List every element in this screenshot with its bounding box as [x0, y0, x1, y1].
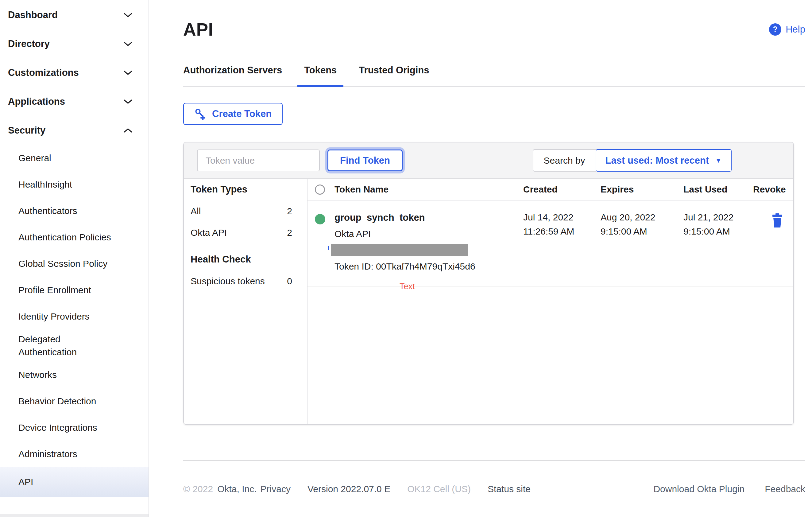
col-expires: Expires — [601, 184, 684, 195]
sidebar-item-label: Applications — [8, 96, 65, 107]
sidebar-item-behavior-detection[interactable]: Behavior Detection — [0, 388, 148, 414]
sidebar: Dashboard Directory Customizations Appli… — [0, 0, 149, 517]
footer-feedback-link[interactable]: Feedback — [765, 484, 805, 494]
search-bar: Find Token Search by Last used: Most rec… — [184, 142, 793, 179]
sidebar-item-dashboard[interactable]: Dashboard — [0, 1, 148, 29]
trash-icon — [772, 213, 783, 228]
sidebar-item-global-session-policy[interactable]: Global Session Policy — [0, 251, 148, 277]
redacted-token-value — [331, 244, 468, 256]
chevron-down-icon — [123, 99, 133, 105]
sidebar-item-applications[interactable]: Applications — [0, 87, 148, 116]
expires-cell: Aug 20, 2022 9:15:00 AM — [601, 212, 684, 237]
sidebar-item-identity-providers[interactable]: Identity Providers — [0, 303, 148, 330]
table-row: group_synch_token Okta API Token ID: 00T… — [308, 200, 793, 286]
health-check-heading: Health Check — [191, 254, 292, 265]
footer-status-site-link[interactable]: Status site — [488, 484, 530, 494]
sidebar-item-label: Directory — [8, 38, 50, 50]
active-status-icon — [315, 214, 325, 224]
footer-download-plugin-link[interactable]: Download Okta Plugin — [654, 484, 745, 494]
chevron-up-icon — [123, 128, 133, 133]
token-name: group_synch_token — [335, 212, 523, 223]
sidebar-item-authenticators[interactable]: Authenticators — [0, 198, 148, 224]
panel-body: Token Types All 2 Okta API 2 Health Chec… — [184, 179, 793, 424]
sidebar-bottom-strip — [0, 514, 148, 517]
tab-tokens[interactable]: Tokens — [304, 65, 337, 86]
created-date: Jul 14, 2022 — [523, 212, 601, 223]
filter-count: 0 — [287, 276, 292, 286]
redaction-cursor — [328, 246, 329, 250]
sidebar-item-api[interactable]: API — [0, 467, 148, 497]
help-label: Help — [786, 24, 805, 35]
sidebar-item-general[interactable]: General — [0, 145, 148, 171]
page-header: API ? Help — [183, 19, 805, 39]
tokens-table: Token Name Created Expires Last Used Rev… — [308, 179, 793, 424]
sidebar-item-administrators[interactable]: Administrators — [0, 441, 148, 467]
filter-label: All — [191, 206, 201, 217]
tab-trusted-origins[interactable]: Trusted Origins — [359, 65, 429, 86]
table-header-row: Token Name Created Expires Last Used Rev… — [308, 179, 793, 200]
filter-all[interactable]: All 2 — [191, 206, 292, 217]
last-used-time: 9:15:00 AM — [684, 226, 753, 237]
footer-cell: OK12 Cell (US) — [407, 484, 471, 494]
caret-down-icon: ▼ — [715, 156, 722, 165]
filter-okta-api[interactable]: Okta API 2 — [191, 228, 292, 238]
sidebar-item-authentication-policies[interactable]: Authentication Policies — [0, 224, 148, 251]
sidebar-item-label: Customizations — [8, 67, 79, 78]
sidebar-item-networks[interactable]: Networks — [0, 362, 148, 388]
chevron-down-icon — [123, 41, 133, 47]
col-last-used: Last Used — [684, 184, 753, 195]
help-link[interactable]: ? Help — [769, 23, 805, 36]
footer: © 2022 Okta, Inc. Privacy Version 2022.0… — [183, 460, 805, 494]
select-all-radio[interactable] — [315, 184, 325, 195]
sidebar-item-device-integrations[interactable]: Device Integrations — [0, 414, 148, 441]
sort-value: Last used: Most recent — [606, 155, 709, 166]
search-by-label: Search by — [533, 149, 596, 172]
filter-count: 2 — [287, 228, 292, 238]
sidebar-item-security[interactable]: Security — [0, 116, 148, 145]
sidebar-item-label: Security — [8, 125, 46, 136]
expires-date: Aug 20, 2022 — [601, 212, 684, 223]
col-created: Created — [523, 184, 601, 195]
created-cell: Jul 14, 2022 11:26:59 AM — [523, 212, 601, 237]
create-token-label: Create Token — [212, 108, 271, 119]
sidebar-item-delegated-authentication[interactable]: Delegated Authentication — [0, 330, 129, 362]
filter-count: 2 — [287, 206, 292, 217]
sidebar-item-directory[interactable]: Directory — [0, 29, 148, 58]
tab-authorization-servers[interactable]: Authorization Servers — [183, 65, 282, 86]
filter-label: Okta API — [191, 228, 227, 238]
create-token-button[interactable]: Create Token — [183, 103, 283, 125]
sidebar-item-customizations[interactable]: Customizations — [0, 58, 148, 87]
find-token-button[interactable]: Find Token — [327, 149, 403, 171]
footer-copyright: © 2022 — [183, 484, 213, 494]
page-title: API — [183, 19, 213, 39]
footer-privacy-link[interactable]: Privacy — [261, 484, 291, 494]
sort-dropdown[interactable]: Last used: Most recent ▼ — [596, 149, 732, 172]
main-content: API ? Help Authorization Servers Tokens … — [149, 0, 812, 517]
chevron-down-icon — [123, 12, 133, 18]
tab-bar: Authorization Servers Tokens Trusted Ori… — [183, 65, 805, 87]
last-used-date: Jul 21, 2022 — [684, 212, 753, 223]
token-types-panel: Token Types All 2 Okta API 2 Health Chec… — [184, 179, 308, 424]
revoke-button[interactable] — [761, 213, 793, 228]
annotation-text: Text — [400, 282, 415, 291]
filter-suspicious-tokens[interactable]: Suspicious tokens 0 — [191, 276, 292, 286]
last-used-cell: Jul 21, 2022 9:15:00 AM — [684, 212, 753, 237]
sidebar-item-label: Dashboard — [8, 9, 58, 21]
app-window: Dashboard Directory Customizations Appli… — [0, 0, 812, 517]
help-icon: ? — [769, 23, 781, 36]
footer-company: Okta, Inc. — [217, 484, 257, 494]
token-type: Okta API — [335, 229, 523, 239]
token-id: Token ID: 00Tkaf7h4M79qTxi45d6 — [335, 261, 523, 272]
token-value-input[interactable] — [197, 149, 320, 171]
footer-version: Version 2022.07.0 E — [308, 484, 390, 494]
sort-control: Search by Last used: Most recent ▼ — [533, 149, 732, 172]
created-time: 11:26:59 AM — [523, 226, 601, 237]
sidebar-item-profile-enrollment[interactable]: Profile Enrollment — [0, 277, 148, 303]
expires-time: 9:15:00 AM — [601, 226, 684, 237]
col-token-name: Token Name — [335, 184, 523, 195]
tokens-panel: Find Token Search by Last used: Most rec… — [183, 142, 794, 425]
filter-label: Suspicious tokens — [191, 276, 265, 286]
key-plus-icon — [194, 108, 206, 120]
token-types-heading: Token Types — [191, 184, 292, 195]
sidebar-item-healthinsight[interactable]: HealthInsight — [0, 171, 148, 198]
